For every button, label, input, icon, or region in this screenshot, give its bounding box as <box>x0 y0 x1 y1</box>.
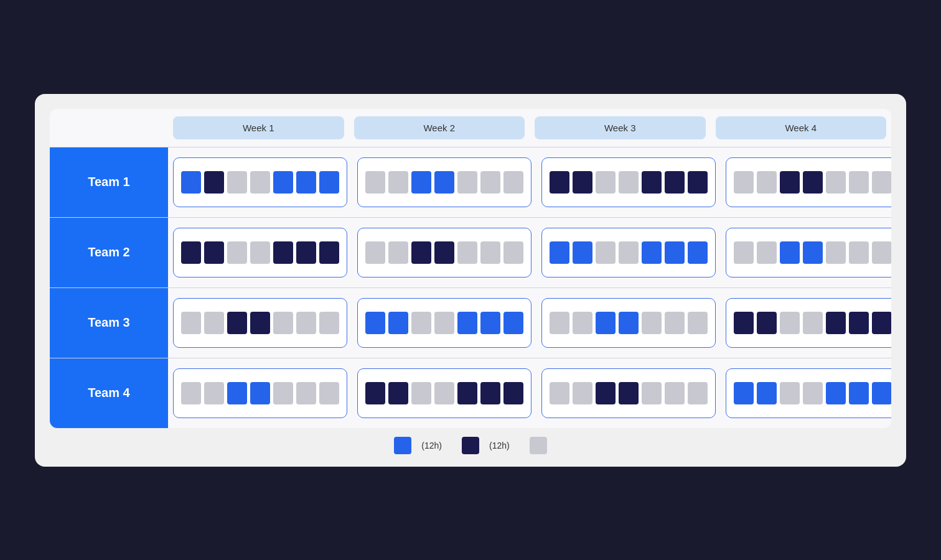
block-t1-w4-b2 <box>757 171 777 194</box>
blocks-box-t1-w4 <box>726 157 891 207</box>
block-t1-w3-b7 <box>688 171 708 194</box>
block-t1-w2-b5 <box>457 171 477 194</box>
blocks-box-t3-w2 <box>357 298 531 348</box>
block-t1-w1-b6 <box>296 171 316 194</box>
block-t3-w1-b6 <box>296 312 316 334</box>
blocks-box-t3-w4 <box>726 298 891 348</box>
block-t4-w4-b1 <box>734 382 754 404</box>
block-t1-w2-b4 <box>434 171 454 194</box>
block-t4-w4-b6 <box>849 382 869 404</box>
block-t1-w3-b1 <box>550 171 569 194</box>
blocks-box-t2-w4 <box>726 228 891 278</box>
team-label-4: Team 4 <box>50 358 168 428</box>
block-t2-w1-b2 <box>204 241 224 264</box>
block-t3-w4-b3 <box>780 312 800 334</box>
blocks-box-t2-w2 <box>357 228 531 278</box>
week-cell-t4-w1 <box>168 358 352 428</box>
block-t2-w4-b6 <box>849 241 869 264</box>
block-t3-w1-b1 <box>181 312 201 334</box>
block-t3-w2-b6 <box>480 312 500 334</box>
block-t4-w2-b1 <box>365 382 385 404</box>
block-t1-w3-b2 <box>573 171 592 194</box>
block-t2-w2-b6 <box>480 241 500 264</box>
block-t1-w3-b4 <box>619 171 639 194</box>
block-t2-w1-b4 <box>250 241 270 264</box>
block-t1-w2-b1 <box>365 171 385 194</box>
block-t1-w1-b3 <box>227 171 247 194</box>
block-t2-w3-b5 <box>642 241 662 264</box>
block-t2-w1-b1 <box>181 241 201 264</box>
week-cell-t3-w1 <box>168 288 352 358</box>
blocks-box-t4-w2 <box>357 368 531 418</box>
team-row-1: Team 1 <box>50 147 891 217</box>
block-t2-w1-b7 <box>319 241 339 264</box>
block-t4-w3-b5 <box>642 382 662 404</box>
block-t3-w2-b5 <box>457 312 477 334</box>
block-t1-w2-b2 <box>388 171 408 194</box>
block-t4-w4-b5 <box>826 382 846 404</box>
team-label-2: Team 2 <box>50 218 168 287</box>
legend-dark-label: (12h) <box>489 441 510 450</box>
block-t4-w2-b7 <box>503 382 523 404</box>
block-t2-w1-b6 <box>296 241 316 264</box>
legend-blue-label: (12h) <box>421 441 442 450</box>
block-t3-w1-b4 <box>250 312 270 334</box>
week-cell-t2-w1 <box>168 218 352 287</box>
block-t2-w2-b1 <box>365 241 385 264</box>
block-t4-w1-b7 <box>319 382 339 404</box>
blocks-box-t3-w1 <box>173 298 347 348</box>
block-t4-w1-b5 <box>273 382 293 404</box>
blocks-box-t3-w3 <box>541 298 716 348</box>
block-t4-w3-b7 <box>688 382 708 404</box>
week-cells-team-4 <box>168 358 891 428</box>
block-t2-w2-b5 <box>457 241 477 264</box>
week-cell-t1-w2 <box>352 147 536 217</box>
block-t3-w4-b7 <box>872 312 891 334</box>
block-t3-w3-b6 <box>665 312 685 334</box>
week-cell-t2-w3 <box>536 218 721 287</box>
block-t1-w4-b1 <box>734 171 754 194</box>
week-header-2: Week 2 <box>354 116 525 139</box>
block-t2-w4-b2 <box>757 241 777 264</box>
block-t4-w3-b3 <box>596 382 616 404</box>
block-t2-w3-b3 <box>596 241 616 264</box>
team-label-1: Team 1 <box>50 147 168 217</box>
block-t1-w1-b4 <box>250 171 270 194</box>
week-cells-team-3 <box>168 288 891 358</box>
block-t1-w2-b7 <box>503 171 523 194</box>
block-t4-w4-b7 <box>872 382 891 404</box>
team-row-4: Team 4 <box>50 358 891 428</box>
block-t3-w1-b5 <box>273 312 293 334</box>
main-container: Week 1Week 2Week 3Week 4 Team 1Team 2Tea… <box>35 94 906 467</box>
block-t2-w2-b3 <box>411 241 431 264</box>
chart-area: Week 1Week 2Week 3Week 4 Team 1Team 2Tea… <box>50 109 891 428</box>
block-t2-w2-b7 <box>503 241 523 264</box>
block-t2-w4-b1 <box>734 241 754 264</box>
block-t4-w2-b6 <box>480 382 500 404</box>
block-t3-w4-b2 <box>757 312 777 334</box>
blocks-box-t1-w2 <box>357 157 531 207</box>
week-cell-t1-w1 <box>168 147 352 217</box>
block-t4-w2-b4 <box>434 382 454 404</box>
block-t1-w4-b4 <box>803 171 823 194</box>
week-cell-t2-w2 <box>352 218 536 287</box>
block-t4-w3-b1 <box>550 382 569 404</box>
week-cell-t3-w4 <box>721 288 891 358</box>
block-t2-w2-b2 <box>388 241 408 264</box>
block-t4-w1-b2 <box>204 382 224 404</box>
block-t1-w4-b7 <box>872 171 891 194</box>
team-row-2: Team 2 <box>50 217 891 287</box>
block-t3-w4-b1 <box>734 312 754 334</box>
block-t2-w3-b2 <box>573 241 592 264</box>
block-t4-w1-b3 <box>227 382 247 404</box>
block-t3-w2-b1 <box>365 312 385 334</box>
block-t4-w4-b3 <box>780 382 800 404</box>
blocks-box-t4-w4 <box>726 368 891 418</box>
legend-gray-block <box>530 437 547 454</box>
week-header-1: Week 1 <box>173 116 344 139</box>
block-t2-w3-b6 <box>665 241 685 264</box>
block-t4-w1-b6 <box>296 382 316 404</box>
block-t4-w4-b4 <box>803 382 823 404</box>
block-t1-w1-b1 <box>181 171 201 194</box>
legend-dark-block <box>462 437 479 454</box>
